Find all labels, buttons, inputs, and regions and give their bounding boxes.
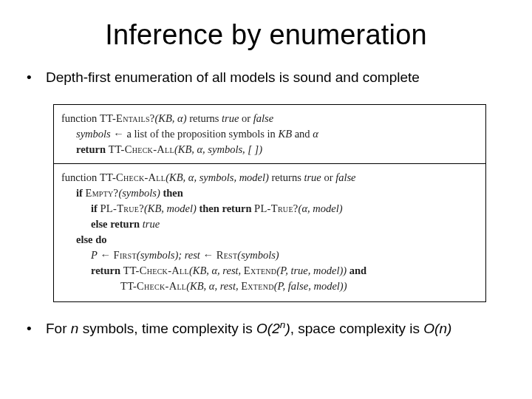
bullet-2: • For n symbols, time complexity is O(2n…	[27, 320, 510, 338]
bullet-1: • Depth-first enumeration of all models …	[27, 69, 510, 86]
algo-line-8: else do	[61, 232, 478, 248]
algo-line-4: function TT-Check-All(KB, α, symbols, mo…	[61, 170, 478, 185]
slide: Inference by enumeration • Depth-first e…	[0, 0, 532, 399]
bullet-dot-icon: •	[27, 320, 46, 338]
algo-line-6: if PL-True?(KB, model) then return PL-Tr…	[61, 201, 478, 216]
algorithm-box: function TT-Entails?(KB, α) returns true…	[53, 104, 486, 302]
algo-line-5: if Empty?(symbols) then	[61, 185, 478, 201]
algo-line-11: TT-Check-All(KB, α, rest, Extend(P, fals…	[61, 279, 478, 294]
algo-line-9: P ← First(symbols); rest ← Rest(symbols)	[61, 248, 478, 263]
algo-line-2: symbols ← a list of the proposition symb…	[61, 126, 478, 142]
algo-line-3: return TT-Check-All(KB, α, symbols, [ ])	[61, 142, 478, 157]
bullet-1-text: Depth-first enumeration of all models is…	[46, 69, 420, 86]
bullet-dot-icon: •	[27, 69, 46, 86]
algo-divider	[54, 163, 485, 164]
algo-line-10: return TT-Check-All(KB, α, rest, Extend(…	[61, 263, 478, 279]
algo-line-7: else return true	[61, 216, 478, 232]
bullet-2-text: For n symbols, time complexity is O(2n),…	[46, 320, 451, 338]
slide-title: Inference by enumeration	[0, 0, 532, 69]
algo-line-1: function TT-Entails?(KB, α) returns true…	[61, 111, 478, 126]
